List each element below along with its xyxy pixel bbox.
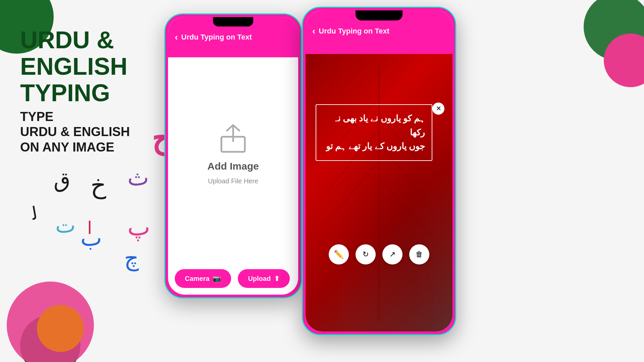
leaf-background — [306, 54, 452, 331]
deco-circle-orange-bottom-left — [37, 305, 84, 352]
pencil-icon: ✏️ — [334, 250, 344, 259]
phone-2-header: ‹ Urdu Typing on Text — [306, 10, 452, 54]
resize-icon: ↗ — [389, 250, 395, 259]
pencil-tool-button[interactable]: ✏️ — [329, 244, 349, 264]
add-image-text: Add Image — [207, 161, 259, 172]
urdu-letter-che: چ — [124, 245, 139, 271]
upload-svg-icon — [216, 122, 250, 155]
phone-2-inner: ‹ Urdu Typing on Text — [306, 10, 452, 331]
tool-buttons: ✏️ ↻ ↗ 🗑 — [329, 244, 429, 264]
phone-1-header: ‹ Urdu Typing on Text — [168, 17, 298, 57]
rotate-tool-button[interactable]: ↻ — [356, 244, 376, 264]
upload-icon-area: Add Image Upload File Here — [207, 122, 259, 185]
phone-1-back-arrow[interactable]: ‹ — [175, 32, 178, 43]
urdu-letters-area: ق خ ث ب پ ت ا چ ﻟ — [20, 161, 168, 295]
urdu-poetry-text: ہم کو یاروں نے یاد بھی نہ رکھا جوں یاروں… — [323, 112, 425, 154]
urdu-letter-se: ث — [127, 164, 149, 191]
notch-1 — [213, 17, 253, 26]
upload-arrow-icon: ⬆ — [274, 275, 280, 283]
phone-2-content: ہم کو یاروں نے یاد بھی نہ رکھا جوں یاروں… — [306, 54, 452, 331]
left-section: URDU & ENGLISH TYPING TYPE URDU & ENGLIS… — [20, 27, 168, 155]
delete-icon: 🗑 — [416, 250, 423, 259]
phone-2: ‹ Urdu Typing on Text — [302, 7, 456, 335]
urdu-letter-qaf: ق — [54, 168, 70, 192]
phone-2-header-row: ‹ Urdu Typing on Text — [312, 23, 446, 39]
camera-button[interactable]: Camera 📷 — [175, 269, 231, 288]
close-button[interactable]: ✕ — [432, 103, 444, 115]
phone-1-buttons: Camera 📷 Upload ⬆ — [168, 262, 298, 295]
main-title: URDU & ENGLISH TYPING — [20, 27, 168, 107]
sub-title: TYPE URDU & ENGLISH ON ANY IMAGE — [20, 109, 168, 155]
upload-button[interactable]: Upload ⬆ — [238, 269, 290, 288]
urdu-letter-kha: خ — [91, 171, 106, 199]
notch-2 — [356, 10, 402, 20]
delete-tool-button[interactable]: 🗑 — [409, 244, 429, 264]
phone-1-inner: ‹ Urdu Typing on Text Add Image Upload F… — [168, 17, 298, 295]
rotate-icon: ↻ — [363, 250, 369, 259]
upload-button-label: Upload — [248, 275, 271, 283]
phone-2-title: Urdu Typing on Text — [319, 27, 389, 36]
urdu-letter-alif: ا — [87, 218, 92, 238]
svg-line-7 — [325, 161, 379, 225]
phone-2-back-arrow[interactable]: ‹ — [312, 26, 315, 37]
resize-tool-button[interactable]: ↗ — [382, 244, 402, 264]
phone-1-content: Add Image Upload File Here — [168, 57, 298, 262]
leaf-texture-svg — [306, 54, 452, 331]
phone-1-title: Urdu Typing on Text — [181, 33, 252, 42]
urdu-letter-pe: پ — [127, 213, 150, 241]
text-overlay-box[interactable]: ہم کو یاروں نے یاد بھی نہ رکھا جوں یاروں… — [316, 104, 432, 161]
camera-button-label: Camera — [185, 275, 209, 283]
phones-container: ‹ Urdu Typing on Text Add Image Upload F… — [154, 7, 624, 362]
urdu-letter-te: ت — [55, 213, 75, 238]
upload-file-text: Upload File Here — [208, 177, 258, 185]
urdu-letter-hook: ﻟ — [30, 202, 39, 224]
phone-1: ‹ Urdu Typing on Text Add Image Upload F… — [164, 13, 302, 298]
camera-icon: 📷 — [213, 275, 221, 283]
svg-line-8 — [379, 177, 433, 240]
phone-1-header-row: ‹ Urdu Typing on Text — [175, 29, 291, 45]
